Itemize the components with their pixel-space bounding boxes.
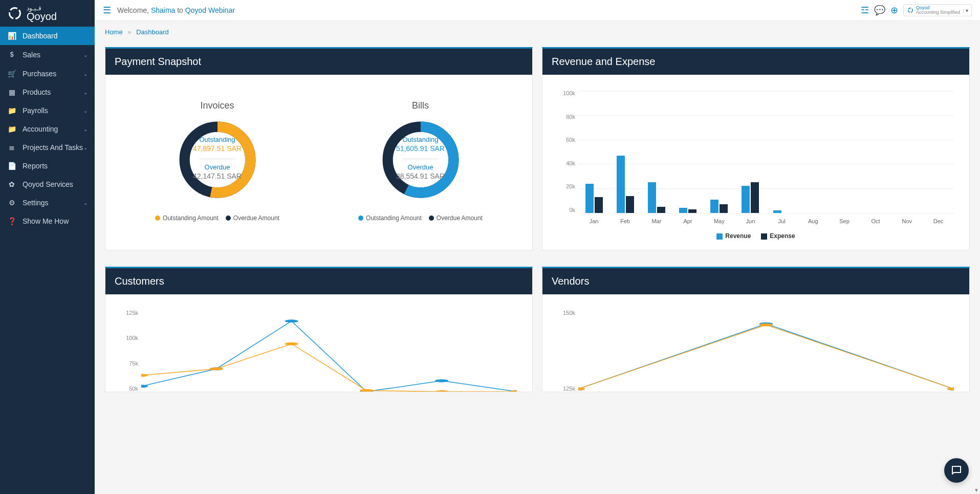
current-org[interactable]: Qoyod Webinar	[185, 6, 235, 14]
scroll-down-icon[interactable]: ▼	[974, 487, 979, 493]
x-tick: Jul	[766, 218, 797, 224]
outstanding-label: Outstanding	[402, 136, 438, 143]
bar-revenue[interactable]	[617, 156, 625, 213]
y-tick: 100k	[553, 90, 578, 96]
legend-item[interactable]: Expense	[761, 232, 795, 240]
bar-revenue[interactable]	[710, 200, 718, 213]
cart-icon: 🛒	[7, 70, 16, 78]
current-user[interactable]: Shaima	[151, 6, 175, 14]
breadcrumb-home[interactable]: Home	[105, 28, 123, 36]
legend-dot-overdue	[429, 216, 434, 221]
bar-expense[interactable]	[751, 182, 759, 213]
sidebar-item-show-me-how[interactable]: ❓Show Me How	[0, 212, 95, 230]
sidebar-item-projects-and-tasks[interactable]: ≣Projects And Tasks⌄	[0, 138, 95, 157]
legend-overdue: Overdue Amount	[437, 214, 483, 222]
bar-group	[641, 91, 672, 213]
y-tick: 20k	[553, 183, 578, 189]
y-tick: 100k	[116, 335, 141, 341]
gauge-legend: Outstanding Amount Overdue Amount	[151, 214, 284, 222]
bar-revenue[interactable]	[773, 210, 781, 213]
list-icon[interactable]: ☲	[861, 5, 869, 16]
sidebar-item-qoyod-services[interactable]: ✿Qoyod Services	[0, 175, 95, 194]
bar-expense[interactable]	[657, 207, 665, 213]
file-icon: 📄	[7, 162, 16, 170]
dollar-icon: ＄	[7, 50, 16, 59]
chevron-down-icon: ⌄	[83, 200, 88, 206]
sidebar-item-label: Accounting	[23, 125, 58, 133]
chevron-down-icon: ⌄	[83, 90, 88, 95]
bar-expense[interactable]	[626, 196, 634, 213]
bar-group	[672, 91, 704, 213]
sidebar-item-payrolls[interactable]: 📁Payrolls⌄	[0, 101, 95, 120]
list-icon: ≣	[7, 143, 16, 152]
y-tick: 40k	[553, 160, 578, 166]
sidebar-item-label: Payrolls	[23, 106, 48, 115]
bar-group	[704, 91, 735, 213]
gauge-legend: Outstanding Amount Overdue Amount	[354, 214, 487, 222]
x-tick: May	[704, 218, 735, 224]
sidebar-item-label: Dashboard	[23, 32, 58, 40]
bar-group	[860, 91, 891, 213]
x-tick: Jun	[735, 218, 766, 224]
x-tick: Feb	[609, 218, 641, 224]
x-tick: Aug	[797, 218, 829, 224]
svg-point-13	[210, 368, 223, 371]
bar-group	[609, 91, 641, 213]
sidebar-item-sales[interactable]: ＄Sales⌄	[0, 45, 95, 65]
svg-point-14	[285, 342, 298, 346]
x-tick: Sep	[829, 218, 860, 224]
grid-icon: ▦	[7, 88, 16, 96]
menu-toggle-icon[interactable]: ☰	[103, 5, 111, 16]
svg-point-1	[908, 8, 912, 12]
y-tick: 125k	[116, 310, 141, 316]
bar-revenue[interactable]	[742, 186, 750, 213]
org-switcher[interactable]: QoyodAccounting Simplified ▾	[903, 4, 972, 16]
sidebar-item-settings[interactable]: ⚙Settings⌄	[0, 194, 95, 212]
bar-expense[interactable]	[595, 197, 603, 213]
y-tick: 125k	[553, 385, 578, 392]
x-tick: Apr	[672, 218, 704, 224]
panel-title: Revenue and Expense	[542, 49, 969, 75]
svg-point-17	[510, 390, 517, 392]
sidebar-item-reports[interactable]: 📄Reports	[0, 157, 95, 175]
y-tick: 50k	[116, 385, 141, 392]
legend-dot-overdue	[226, 216, 231, 221]
sidebar-item-label: Products	[23, 88, 51, 96]
welcome-to: to	[177, 6, 183, 14]
bar-revenue[interactable]	[648, 182, 656, 213]
chat-widget[interactable]	[944, 458, 969, 483]
sidebar-item-purchases[interactable]: 🛒Purchases⌄	[0, 65, 95, 83]
sidebar-item-label: Reports	[23, 162, 48, 170]
gauge-invoices: Invoices Outstanding 47,897.51 SAR	[151, 100, 284, 222]
sidebar-item-label: Projects And Tasks	[23, 143, 83, 152]
legend-item[interactable]: Revenue	[716, 232, 751, 240]
svg-point-0	[10, 8, 20, 19]
bar-group	[735, 91, 766, 213]
chart-legend: RevenueExpense	[553, 232, 959, 240]
help-icon[interactable]: ⊕	[890, 5, 898, 16]
brand-logo[interactable]: قـيـود Qoyod	[0, 0, 95, 27]
brand-name: Qoyod	[27, 11, 57, 22]
x-tick: Dec	[923, 218, 954, 224]
sidebar-item-products[interactable]: ▦Products⌄	[0, 83, 95, 101]
sidebar-item-label: Qoyod Services	[23, 180, 73, 188]
bar-expense[interactable]	[688, 209, 696, 213]
overdue-label: Overdue	[205, 163, 230, 171]
bar-chart-revenue-expense: 100k80k60k40k20k0k JanFebMarAprMayJunJul…	[553, 85, 959, 228]
breadcrumb-current[interactable]: Dashboard	[136, 28, 169, 36]
folder-icon: 📁	[7, 106, 16, 115]
bar-revenue[interactable]	[585, 184, 594, 213]
sidebar-item-dashboard[interactable]: 📊Dashboard	[0, 27, 95, 45]
overdue-value: 38,554.91 SAR	[396, 172, 445, 180]
chat-icon[interactable]: 💬	[874, 5, 885, 16]
legend-overdue: Overdue Amount	[233, 214, 279, 222]
y-tick: 0k	[553, 207, 578, 213]
breadcrumb: Home » Dashboard	[95, 21, 980, 40]
bar-group	[578, 91, 609, 213]
nav: 📊Dashboard＄Sales⌄🛒Purchases⌄▦Products⌄📁P…	[0, 27, 95, 230]
bar-expense[interactable]	[720, 204, 728, 213]
panel-revenue-expense: Revenue and Expense 100k80k60k40k20k0k J…	[542, 47, 970, 250]
x-tick: Jan	[578, 218, 609, 224]
bar-revenue[interactable]	[679, 208, 687, 213]
sidebar-item-accounting[interactable]: 📁Accounting⌄	[0, 120, 95, 138]
